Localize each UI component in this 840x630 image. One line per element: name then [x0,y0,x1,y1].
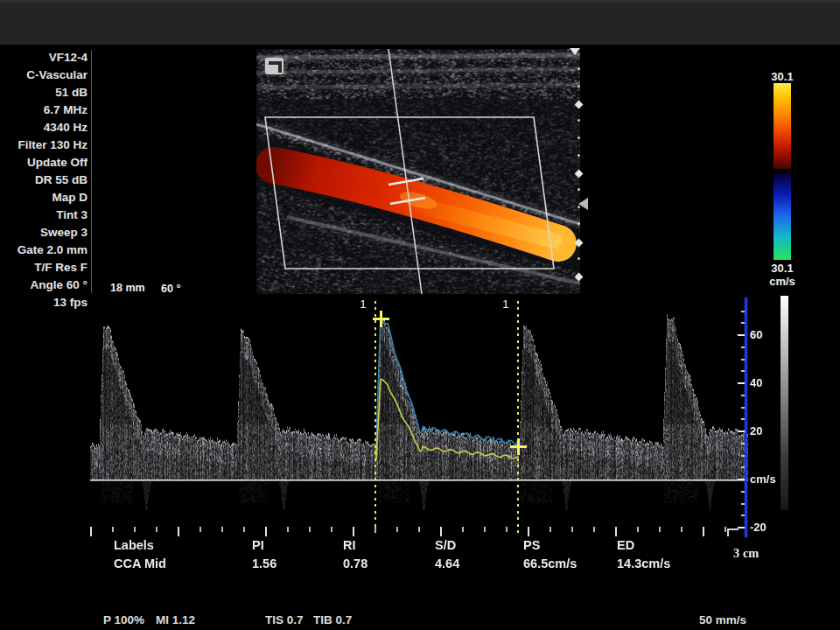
tis-value: TIS 0.7 [265,613,304,626]
ultrasound-screen: VF12-4C-Vascular51 dB6.7 MHz4340 HzFilte… [0,0,840,630]
sidebar-param: Tint 3 [0,206,88,224]
sidebar-param: Sweep 3 [0,224,88,242]
velocity-tick [741,418,745,420]
time-tick [659,527,661,532]
sidebar-param: T/F Res F [0,259,88,276]
velocity-axis [745,298,747,537]
depth-marker [578,188,580,191]
status-bar: P 100% MI 1.12 TIS 0.7 TIB 0.7 50 mm/s [0,613,840,630]
velocity-tick [741,443,745,444]
velocity-tick [741,311,745,312]
depth-marker [578,222,580,225]
color-scale-unit: cm/s [760,275,804,288]
focus-marker-icon[interactable] [578,198,588,210]
measurement-label: ED [617,538,634,552]
depth-marker [578,154,580,157]
sidebar-param: Map D [0,189,88,206]
measurement-value: CCA Mid [114,556,166,570]
time-tick [571,527,573,532]
spectral-doppler-canvas [90,299,748,536]
bmode-overlay [256,49,580,294]
measurement-label: Labels [114,538,154,552]
depth-marker [578,85,580,88]
time-tick [593,527,595,532]
measurement-value: 0.78 [343,556,368,570]
caliper-cross-2[interactable] [510,438,527,455]
time-tick [681,527,682,532]
velocity-tick [738,527,745,528]
time-tick [331,527,332,532]
velocity-tick [741,370,745,372]
time-tick [703,527,704,536]
sidebar-param: DR 55 dB [0,172,88,189]
time-tick [374,527,376,532]
measurement-value: 4.64 [435,556,459,570]
mechanical-index-value: MI 1.12 [156,613,195,626]
time-tick [309,527,311,532]
velocity-tick [741,395,745,396]
sidebar-param: 6.7 MHz [0,102,88,119]
time-tick [396,527,398,532]
time-tick [265,527,267,536]
velocity-tick [741,466,745,468]
doppler-cursor-line[interactable] [388,49,422,294]
measurement-label: RI [343,538,356,552]
measurement-value: 1.56 [252,556,276,570]
top-bar [0,0,840,45]
gate-depth-label: 18 mm [110,282,145,294]
measurement-label: S/D [435,538,456,552]
sidebar-param: 13 fps [0,294,88,312]
color-scale-forward [774,83,791,169]
bmode-image-area [256,49,580,294]
tib-value: TIB 0.7 [313,613,352,626]
sample-gate-lower[interactable] [390,198,425,204]
depth-marker [578,67,580,70]
sweep-speed-value: 50 mm/s [659,613,746,626]
time-tick [243,527,245,532]
measurement-value: 66.5cm/s [523,556,577,570]
sidebar-param: 51 dB [0,84,88,102]
time-tick [287,527,289,532]
acoustic-power-value: P 100% [103,613,144,626]
sidebar-param: 4340 Hz [0,119,88,136]
time-tick [178,527,179,536]
depth-marker [578,257,580,260]
caliper-cross-1[interactable] [373,311,389,327]
time-tick [550,527,551,532]
time-tick [462,527,464,532]
time-tick [221,527,223,532]
color-box-outline[interactable] [265,117,554,269]
grayscale-map-bar [780,296,788,510]
sidebar-param: C-Vascular [0,66,88,84]
time-tick [484,527,486,532]
velocity-tick [741,407,745,409]
velocity-tick [741,346,745,348]
caliper-number-1: 1 [356,298,370,311]
caliper-line-1[interactable] [374,301,376,536]
velocity-axis-tick-label: -20 [750,521,790,534]
velocity-tick [741,322,745,324]
color-scale-max: 30.1 [760,70,804,83]
caliper-line-2[interactable] [517,301,519,536]
sweep-position-marker [727,528,738,536]
time-tick [353,527,354,536]
sidebar-param: VF12-4 [0,49,88,66]
velocity-tick [738,430,745,432]
time-tick [615,527,617,536]
time-tick [112,527,114,532]
velocity-tick [741,491,745,493]
depth-marker [578,119,580,122]
time-tick [637,527,639,532]
time-tick [156,527,158,532]
time-tick [724,527,726,532]
sidebar-param: Filter 130 Hz [0,136,88,154]
velocity-tick [738,479,745,480]
sidebar-param: Angle 60 ° [0,276,88,294]
doppler-angle-label: 60 ° [161,283,180,295]
velocity-tick [738,382,745,384]
measurement-value: 14.3cm/s [617,556,670,570]
time-tick [134,527,136,532]
depth-marker [578,136,580,139]
measurement-label: PI [252,538,264,552]
measurement-results-row: LabelsCCA MidPI1.56RI0.78S/D4.64PS66.5cm… [0,538,840,575]
